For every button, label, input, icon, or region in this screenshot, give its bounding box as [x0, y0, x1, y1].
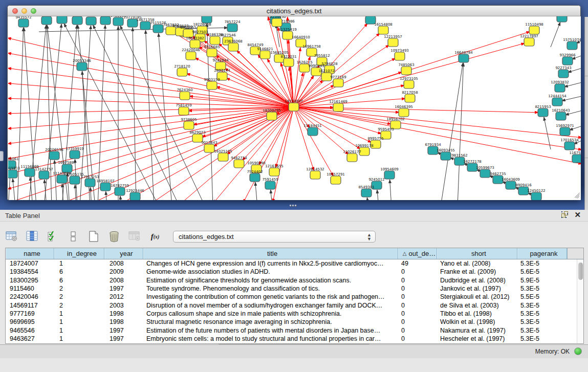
table-cell[interactable]: 0	[398, 277, 437, 284]
table-cell[interactable]: 0	[398, 285, 437, 292]
graph-node[interactable]: 7857224	[224, 20, 241, 32]
table-cell[interactable]: Wolkin et al. (1998)	[437, 318, 517, 325]
close-panel-icon[interactable]: ✕	[574, 211, 581, 218]
table-cell[interactable]: 1	[54, 327, 104, 334]
graph-node[interactable]: 20691406	[37, 16, 56, 25]
table-cell[interactable]: 9777169	[6, 310, 54, 317]
table-row[interactable]: 977716911998Corpus callosum shape and si…	[6, 310, 583, 318]
table-cell[interactable]: 1997	[104, 327, 143, 334]
graph-edge[interactable]	[98, 25, 105, 200]
graph-node[interactable]: 7524402	[247, 170, 263, 182]
table-cell[interactable]: 5.3E-5	[517, 335, 567, 342]
table-cell[interactable]: 5.3E-5	[517, 285, 567, 292]
table-cell[interactable]: Stergiakouli et al. (2012)	[437, 293, 517, 300]
window-titlebar[interactable]: citations_edges.txt	[8, 6, 580, 16]
graph-node[interactable]: 11026177	[343, 150, 361, 162]
table-cell[interactable]: Nakamura et al. (1997)	[437, 327, 517, 334]
table-cell[interactable]: 1	[54, 318, 104, 325]
table-row[interactable]: 946362711997Embryonic stem cells: a mode…	[6, 335, 583, 343]
graph-node[interactable]: 17016534	[560, 138, 579, 150]
graph-node[interactable]: 10973493	[390, 49, 409, 60]
graph-node[interactable]: 12213957	[384, 35, 402, 47]
graph-edge[interactable]	[294, 107, 360, 149]
graph-node[interactable]: 10653287	[82, 16, 100, 25]
graph-edge[interactable]	[187, 74, 294, 107]
table-row[interactable]: 1456911722003Disruption of a novel membe…	[6, 301, 583, 309]
graph-edge[interactable]	[390, 180, 391, 200]
table-row[interactable]: 1872400712008Changes of HCN gene express…	[6, 259, 583, 268]
graph-node[interactable]: 12217897	[520, 34, 538, 46]
graph-node[interactable]: 9435572	[15, 16, 31, 27]
graph-edge[interactable]	[551, 22, 560, 47]
graph-node[interactable]: 8217058	[402, 91, 418, 102]
graph-edge[interactable]	[181, 107, 294, 200]
table-cell[interactable]: 9115460	[6, 285, 54, 292]
graph-node[interactable]: 9462734	[231, 156, 247, 168]
graph-node[interactable]: 9903159	[204, 78, 220, 90]
left-collapsed-panel-handle[interactable]	[0, 151, 4, 161]
graph-node[interactable]: 12973105	[400, 77, 418, 89]
graph-edge[interactable]	[8, 53, 294, 107]
graph-node[interactable]: 8111004	[554, 16, 570, 22]
graph-node[interactable]: 12814532	[306, 167, 324, 179]
table-cell[interactable]: de Silva et al. (2003)	[437, 302, 517, 309]
function-builder-icon[interactable]: f(x)	[148, 230, 162, 243]
table-cell[interactable]: Jankovic et al. (1997)	[437, 285, 517, 292]
table-cell[interactable]: 2	[54, 285, 104, 292]
table-cell[interactable]: 1	[54, 260, 104, 267]
table-cell[interactable]: 9465546	[6, 327, 54, 334]
table-cell[interactable]: Disruption of a novel member of a sodium…	[143, 302, 398, 309]
table-selector-combobox[interactable]: citations_edges.txt ▲▼	[173, 231, 376, 243]
graph-edge[interactable]	[367, 198, 368, 200]
delete-column-icon-disabled[interactable]	[128, 230, 141, 243]
column-header-year[interactable]: year	[104, 248, 143, 259]
table-cell[interactable]: Dudbridge et al. (2008)	[437, 277, 517, 284]
graph-edge[interactable]	[54, 160, 57, 200]
network-canvas[interactable]: 1872400794355722069140610351426205313461…	[8, 16, 581, 200]
table-cell[interactable]: 18300295	[6, 277, 54, 284]
table-cell[interactable]: 5.3E-5	[517, 327, 567, 334]
graph-edge[interactable]	[294, 99, 405, 107]
table-cell[interactable]: 0	[398, 327, 437, 334]
graph-edge[interactable]	[8, 68, 294, 107]
graph-node[interactable]: 9738605	[181, 118, 197, 129]
table-cell[interactable]: 0	[398, 335, 437, 342]
graph-node[interactable]: 10351426	[53, 16, 71, 24]
column-header-pagerank[interactable]: pagerank	[517, 248, 567, 259]
graph-edge[interactable]	[8, 83, 294, 107]
table-cell[interactable]: Investigating the contribution of common…	[143, 293, 398, 300]
delete-table-icon[interactable]	[107, 230, 121, 243]
table-cell[interactable]: 2009	[104, 268, 143, 275]
table-cell[interactable]: Estimation of significance thresholds fo…	[143, 277, 398, 284]
graph-node[interactable]: 13142757	[35, 167, 53, 179]
table-cell[interactable]: 2	[54, 293, 104, 300]
table-cell[interactable]: 5.3E-5	[517, 260, 567, 267]
graph-node[interactable]: 20206536	[45, 148, 63, 160]
graph-node[interactable]: 16975887	[58, 161, 76, 172]
table-row[interactable]: 1938455462009Genome-wide association stu…	[6, 268, 583, 276]
memory-ok-indicator[interactable]	[574, 347, 582, 355]
graph-node[interactable]: 16046395	[395, 105, 413, 117]
row-height-icon[interactable]	[67, 230, 80, 243]
table-cell[interactable]: 5.3E-5	[517, 310, 567, 317]
scrollbar-thumb[interactable]	[578, 262, 583, 280]
graph-node[interactable]: 16154808	[374, 23, 393, 34]
right-collapsed-panel-strip[interactable]	[584, 17, 588, 210]
graph-edge[interactable]	[377, 190, 379, 200]
graph-node[interactable]: 22420046	[182, 48, 200, 60]
column-header-title[interactable]: title	[143, 248, 398, 259]
table-cell[interactable]: Estimation of the future numbers of pati…	[143, 327, 398, 334]
graph-edge[interactable]	[271, 190, 272, 200]
graph-edge[interactable]	[294, 107, 314, 170]
graph-edge[interactable]	[17, 28, 24, 200]
table-cell[interactable]: 5.5E-5	[517, 293, 567, 300]
graph-node[interactable]: 8549301	[358, 185, 374, 197]
graph-node[interactable]: 9329966	[559, 53, 576, 65]
table-cell[interactable]: 5.9E-5	[517, 277, 567, 284]
table-cell[interactable]: Corpus callosum shape and size in male p…	[143, 310, 398, 317]
graph-node[interactable]: 12444154	[548, 94, 567, 106]
table-cell[interactable]: 19384554	[6, 268, 54, 275]
graph-node[interactable]: 20531346	[68, 16, 86, 25]
table-cell[interactable]: 2008	[104, 260, 143, 267]
table-cell[interactable]: 2	[54, 302, 104, 309]
